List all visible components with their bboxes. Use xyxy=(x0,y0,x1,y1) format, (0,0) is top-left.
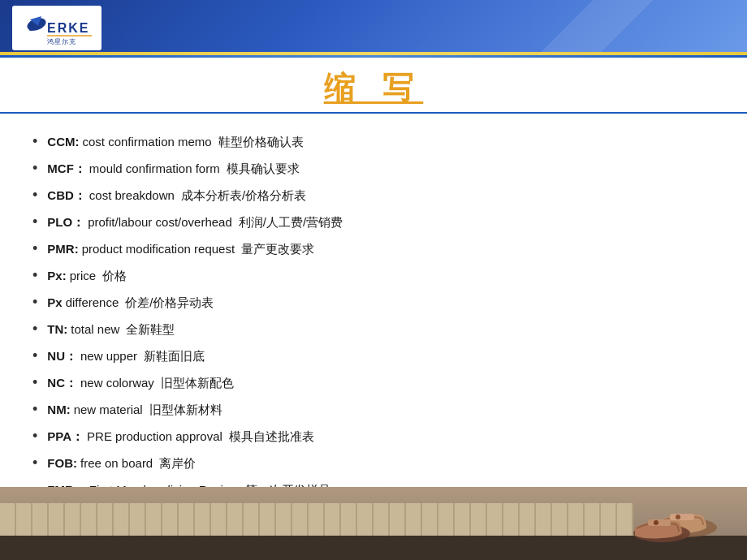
svg-text:鸿星尔克: 鸿星尔克 xyxy=(47,38,76,45)
bullet-icon: • xyxy=(32,318,37,340)
term-english: total new xyxy=(71,321,119,339)
term-abbreviation: PLO： xyxy=(47,213,84,232)
bullet-icon: • xyxy=(32,345,37,367)
term-chinese: 成本分析表/价格分析表 xyxy=(181,187,306,205)
title-area: 缩 写 xyxy=(0,58,747,120)
term-chinese: 价格 xyxy=(102,267,127,286)
header-stripe xyxy=(503,0,747,55)
bullet-icon: • xyxy=(32,372,37,394)
slide-container: ERKE 鸿星尔克 缩 写 •CCM: cost confirmation me… xyxy=(0,0,747,560)
bullet-icon: • xyxy=(32,425,37,447)
term-abbreviation: NC： xyxy=(47,374,77,393)
term-abbreviation: Px: xyxy=(47,267,66,286)
bullet-icon: • xyxy=(32,131,37,153)
term-chinese: 模具确认要求 xyxy=(227,160,300,179)
term-chinese: 旧型体新材料 xyxy=(149,401,222,420)
bullet-icon: • xyxy=(32,238,37,260)
term-chinese: 新鞋面旧底 xyxy=(144,347,205,366)
keyboard-texture xyxy=(0,503,633,536)
svg-point-8 xyxy=(676,515,680,519)
bullet-icon: • xyxy=(32,211,37,233)
page-title: 缩 写 xyxy=(0,67,747,109)
term-english: profit/labour cost/overhead xyxy=(88,213,232,232)
term-english: new material xyxy=(74,401,143,420)
term-abbreviation: PPA： xyxy=(47,428,84,446)
term-item: •PMR: product modification request 量产更改要… xyxy=(32,235,715,262)
term-chinese: 价差/价格异动表 xyxy=(125,294,214,312)
term-english: free on board xyxy=(80,454,153,473)
title-underline xyxy=(0,112,747,114)
term-item: •Px: price 价格 xyxy=(32,262,715,289)
term-chinese: 鞋型价格确认表 xyxy=(218,133,304,152)
bullet-icon: • xyxy=(32,452,37,474)
term-item: •NC：new colorway 旧型体新配色 xyxy=(32,369,715,396)
term-english: price xyxy=(70,267,97,286)
term-item: •Px difference 价差/价格异动表 xyxy=(32,289,715,316)
term-abbreviation: CCM: xyxy=(47,133,79,152)
term-english: cost confirmation memo xyxy=(82,133,211,152)
svg-rect-10 xyxy=(648,519,671,526)
term-english: difference xyxy=(66,294,119,312)
term-english: cost breakdown xyxy=(89,187,175,205)
svg-text:ERKE: ERKE xyxy=(47,21,89,35)
shoe-image xyxy=(625,491,723,544)
term-item: •NU： new upper 新鞋面旧底 xyxy=(32,342,715,369)
term-abbreviation: MCF： xyxy=(47,160,86,179)
term-item: •PLO： profit/labour cost/overhead 利润/人工费… xyxy=(32,209,715,235)
term-abbreviation: TN: xyxy=(47,321,67,339)
term-chinese: 全新鞋型 xyxy=(126,321,175,339)
erke-logo: ERKE 鸿星尔克 xyxy=(19,10,96,46)
term-chinese: 旧型体新配色 xyxy=(161,374,234,393)
term-abbreviation: FOB: xyxy=(47,454,77,473)
term-item: •CCM: cost confirmation memo 鞋型价格确认表 xyxy=(32,128,715,155)
term-chinese: 利润/人工费/营销费 xyxy=(239,213,343,232)
term-english: PRE production approval xyxy=(87,428,222,446)
bullet-icon: • xyxy=(32,398,37,420)
term-abbreviation: CBD： xyxy=(47,187,86,205)
header: ERKE 鸿星尔克 xyxy=(0,0,747,55)
term-item: •CBD：cost breakdown 成本分析表/价格分析表 xyxy=(32,182,715,209)
footer-area xyxy=(0,487,747,560)
shoe-svg xyxy=(625,491,723,544)
term-english: product modification request xyxy=(82,240,235,259)
term-abbreviation: Px xyxy=(47,294,62,312)
bullet-icon: • xyxy=(32,184,37,206)
term-item: •FOB: free on board 离岸价 xyxy=(32,450,715,476)
term-item: •PPA： PRE production approval 模具自述批准表 xyxy=(32,423,715,450)
term-abbreviation: NM: xyxy=(47,401,70,420)
term-chinese: 模具自述批准表 xyxy=(229,428,314,446)
logo-area: ERKE 鸿星尔克 xyxy=(12,6,101,50)
term-english: new colorway xyxy=(80,374,154,393)
term-item: •TN: total new 全新鞋型 xyxy=(32,316,715,342)
term-english: new upper xyxy=(80,347,137,366)
term-abbreviation: PMR: xyxy=(47,240,78,259)
bullet-icon: • xyxy=(32,291,37,313)
term-chinese: 量产更改要求 xyxy=(241,240,314,259)
term-english: mould confirmation form xyxy=(89,160,220,179)
term-item: •MCF：mould confirmation form 模具确认要求 xyxy=(32,155,715,182)
svg-rect-7 xyxy=(670,514,694,520)
term-chinese: 离岸价 xyxy=(159,454,196,473)
term-item: •NM: new material 旧型体新材料 xyxy=(32,396,715,423)
bullet-icon: • xyxy=(32,157,37,179)
term-abbreviation: NU： xyxy=(47,347,77,366)
bullet-icon: • xyxy=(32,265,37,286)
svg-point-11 xyxy=(654,520,658,525)
